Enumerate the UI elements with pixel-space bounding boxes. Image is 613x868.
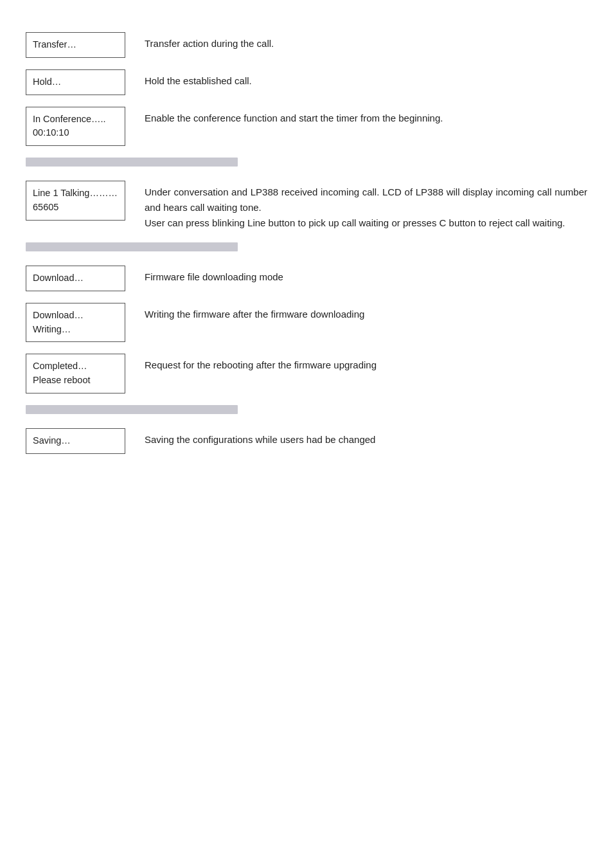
- desc-download: Firmware file downloading mode: [145, 266, 587, 285]
- lcd-saving: Saving…: [26, 428, 125, 454]
- divider-1: [26, 158, 238, 167]
- group-1: Transfer… Transfer action during the cal…: [26, 32, 587, 146]
- row-transfer: Transfer… Transfer action during the cal…: [26, 32, 587, 58]
- page-content: Transfer… Transfer action during the cal…: [26, 32, 587, 454]
- lcd-transfer: Transfer…: [26, 32, 125, 58]
- group-2: Line 1 Talking………65605 Under conversatio…: [26, 181, 587, 231]
- lcd-download: Download…: [26, 266, 125, 291]
- group-4: Saving… Saving the configurations while …: [26, 428, 587, 454]
- lcd-line1-talking: Line 1 Talking………65605: [26, 181, 125, 221]
- desc-line1-talking: Under conversation and LP388 received in…: [145, 181, 587, 231]
- row-download-writing: Download…Writing… Writing the firmware a…: [26, 303, 587, 343]
- group-3: Download… Firmware file downloading mode…: [26, 266, 587, 393]
- row-completed-reboot: Completed…Please reboot Request for the …: [26, 354, 587, 393]
- divider-2: [26, 242, 238, 251]
- row-in-conference: In Conference…..00:10:10 Enable the conf…: [26, 107, 587, 147]
- desc-completed-reboot: Request for the rebooting after the firm…: [145, 354, 587, 373]
- desc-transfer: Transfer action during the call.: [145, 32, 587, 51]
- row-hold: Hold… Hold the established call.: [26, 69, 587, 95]
- lcd-completed-reboot: Completed…Please reboot: [26, 354, 125, 393]
- row-line1-talking: Line 1 Talking………65605 Under conversatio…: [26, 181, 587, 231]
- desc-download-writing: Writing the firmware after the firmware …: [145, 303, 587, 322]
- desc-saving: Saving the configurations while users ha…: [145, 428, 587, 448]
- desc-in-conference: Enable the conference function and start…: [145, 107, 587, 126]
- lcd-download-writing: Download…Writing…: [26, 303, 125, 343]
- divider-3: [26, 405, 238, 414]
- row-download: Download… Firmware file downloading mode: [26, 266, 587, 291]
- desc-hold: Hold the established call.: [145, 69, 587, 89]
- lcd-hold: Hold…: [26, 69, 125, 95]
- lcd-in-conference: In Conference…..00:10:10: [26, 107, 125, 147]
- row-saving: Saving… Saving the configurations while …: [26, 428, 587, 454]
